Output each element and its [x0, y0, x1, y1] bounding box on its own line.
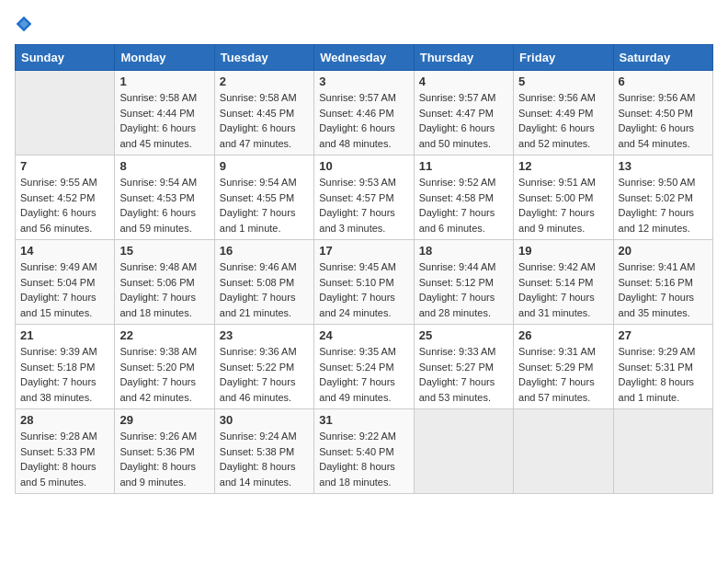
- calendar-cell: 21Sunrise: 9:39 AMSunset: 5:18 PMDayligh…: [16, 325, 115, 409]
- day-info: Sunrise: 9:45 AMSunset: 5:10 PMDaylight:…: [319, 259, 408, 320]
- calendar-week-row: 28Sunrise: 9:28 AMSunset: 5:33 PMDayligh…: [16, 409, 713, 494]
- day-number: 13: [619, 159, 708, 173]
- page-header: [15, 15, 713, 33]
- day-info: Sunrise: 9:29 AMSunset: 5:31 PMDaylight:…: [619, 344, 708, 405]
- day-info: Sunrise: 9:39 AMSunset: 5:18 PMDaylight:…: [20, 344, 109, 405]
- day-info: Sunrise: 9:42 AMSunset: 5:14 PMDaylight:…: [518, 259, 608, 320]
- logo: [15, 15, 37, 33]
- calendar-cell: 15Sunrise: 9:48 AMSunset: 5:06 PMDayligh…: [115, 240, 214, 325]
- calendar-cell: 11Sunrise: 9:52 AMSunset: 4:58 PMDayligh…: [414, 155, 513, 240]
- day-info: Sunrise: 9:55 AMSunset: 4:52 PMDaylight:…: [20, 175, 109, 236]
- calendar-week-row: 1Sunrise: 9:58 AMSunset: 4:44 PMDaylight…: [16, 71, 713, 155]
- calendar-cell: 27Sunrise: 9:29 AMSunset: 5:31 PMDayligh…: [613, 325, 712, 409]
- day-info: Sunrise: 9:22 AMSunset: 5:40 PMDaylight:…: [319, 429, 408, 489]
- day-number: 18: [419, 244, 508, 258]
- day-number: 6: [619, 75, 708, 88]
- day-number: 4: [419, 75, 508, 88]
- calendar-cell: 25Sunrise: 9:33 AMSunset: 5:27 PMDayligh…: [414, 325, 513, 409]
- day-number: 12: [518, 159, 608, 173]
- day-info: Sunrise: 9:41 AMSunset: 5:16 PMDaylight:…: [619, 259, 708, 320]
- day-number: 27: [619, 328, 708, 342]
- weekday-header: Tuesday: [214, 45, 313, 71]
- calendar-cell: 30Sunrise: 9:24 AMSunset: 5:38 PMDayligh…: [214, 409, 313, 494]
- day-info: Sunrise: 9:57 AMSunset: 4:46 PMDaylight:…: [319, 90, 408, 151]
- calendar-cell: 14Sunrise: 9:49 AMSunset: 5:04 PMDayligh…: [16, 240, 115, 325]
- day-number: 23: [220, 328, 309, 342]
- day-number: 28: [20, 413, 109, 427]
- calendar-cell: 17Sunrise: 9:45 AMSunset: 5:10 PMDayligh…: [314, 240, 414, 325]
- calendar-cell: 28Sunrise: 9:28 AMSunset: 5:33 PMDayligh…: [16, 409, 115, 494]
- day-info: Sunrise: 9:31 AMSunset: 5:29 PMDaylight:…: [518, 344, 608, 405]
- day-info: Sunrise: 9:38 AMSunset: 5:20 PMDaylight:…: [119, 344, 209, 405]
- day-info: Sunrise: 9:26 AMSunset: 5:36 PMDaylight:…: [119, 429, 209, 489]
- day-number: 20: [619, 244, 708, 258]
- day-info: Sunrise: 9:24 AMSunset: 5:38 PMDaylight:…: [220, 429, 309, 489]
- day-number: 8: [119, 159, 209, 173]
- weekday-header: Friday: [514, 45, 613, 71]
- day-info: Sunrise: 9:44 AMSunset: 5:12 PMDaylight:…: [419, 259, 508, 320]
- calendar-cell: 12Sunrise: 9:51 AMSunset: 5:00 PMDayligh…: [514, 155, 613, 240]
- calendar-cell: 9Sunrise: 9:54 AMSunset: 4:55 PMDaylight…: [214, 155, 313, 240]
- day-number: 31: [319, 413, 408, 427]
- day-info: Sunrise: 9:48 AMSunset: 5:06 PMDaylight:…: [119, 259, 209, 320]
- header-row: SundayMondayTuesdayWednesdayThursdayFrid…: [16, 45, 713, 71]
- day-info: Sunrise: 9:28 AMSunset: 5:33 PMDaylight:…: [20, 429, 109, 489]
- calendar-cell: 26Sunrise: 9:31 AMSunset: 5:29 PMDayligh…: [514, 325, 613, 409]
- day-info: Sunrise: 9:56 AMSunset: 4:50 PMDaylight:…: [619, 90, 708, 151]
- calendar-cell: 3Sunrise: 9:57 AMSunset: 4:46 PMDaylight…: [314, 71, 414, 155]
- day-number: 10: [319, 159, 408, 173]
- day-number: 30: [220, 413, 309, 427]
- calendar-cell: 22Sunrise: 9:38 AMSunset: 5:20 PMDayligh…: [115, 325, 214, 409]
- day-number: 3: [319, 75, 408, 88]
- day-info: Sunrise: 9:49 AMSunset: 5:04 PMDaylight:…: [20, 259, 109, 320]
- calendar-cell: 2Sunrise: 9:58 AMSunset: 4:45 PMDaylight…: [214, 71, 313, 155]
- day-info: Sunrise: 9:57 AMSunset: 4:47 PMDaylight:…: [419, 90, 508, 151]
- day-info: Sunrise: 9:58 AMSunset: 4:44 PMDaylight:…: [119, 90, 209, 151]
- calendar-table: SundayMondayTuesdayWednesdayThursdayFrid…: [15, 44, 713, 494]
- calendar-cell: 5Sunrise: 9:56 AMSunset: 4:49 PMDaylight…: [514, 71, 613, 155]
- day-number: 15: [119, 244, 209, 258]
- calendar-cell: 20Sunrise: 9:41 AMSunset: 5:16 PMDayligh…: [613, 240, 712, 325]
- day-info: Sunrise: 9:56 AMSunset: 4:49 PMDaylight:…: [518, 90, 608, 151]
- day-info: Sunrise: 9:54 AMSunset: 4:53 PMDaylight:…: [119, 175, 209, 236]
- calendar-cell: 19Sunrise: 9:42 AMSunset: 5:14 PMDayligh…: [514, 240, 613, 325]
- weekday-header: Saturday: [613, 45, 712, 71]
- calendar-week-row: 7Sunrise: 9:55 AMSunset: 4:52 PMDaylight…: [16, 155, 713, 240]
- day-number: 29: [119, 413, 209, 427]
- weekday-header: Wednesday: [314, 45, 414, 71]
- day-number: 16: [220, 244, 309, 258]
- day-number: 14: [20, 244, 109, 258]
- day-number: 5: [518, 75, 608, 88]
- day-number: 25: [419, 328, 508, 342]
- calendar-week-row: 21Sunrise: 9:39 AMSunset: 5:18 PMDayligh…: [16, 325, 713, 409]
- calendar-cell: [514, 409, 613, 494]
- day-number: 17: [319, 244, 408, 258]
- day-number: 11: [419, 159, 508, 173]
- day-info: Sunrise: 9:36 AMSunset: 5:22 PMDaylight:…: [220, 344, 309, 405]
- calendar-cell: 7Sunrise: 9:55 AMSunset: 4:52 PMDaylight…: [16, 155, 115, 240]
- day-info: Sunrise: 9:53 AMSunset: 4:57 PMDaylight:…: [319, 175, 408, 236]
- calendar-cell: [414, 409, 513, 494]
- day-number: 21: [20, 328, 109, 342]
- calendar-cell: 1Sunrise: 9:58 AMSunset: 4:44 PMDaylight…: [115, 71, 214, 155]
- calendar-cell: 18Sunrise: 9:44 AMSunset: 5:12 PMDayligh…: [414, 240, 513, 325]
- calendar-cell: 23Sunrise: 9:36 AMSunset: 5:22 PMDayligh…: [214, 325, 313, 409]
- day-info: Sunrise: 9:58 AMSunset: 4:45 PMDaylight:…: [220, 90, 309, 151]
- calendar-cell: 13Sunrise: 9:50 AMSunset: 5:02 PMDayligh…: [613, 155, 712, 240]
- day-number: 7: [20, 159, 109, 173]
- calendar-cell: [613, 409, 712, 494]
- calendar-cell: 4Sunrise: 9:57 AMSunset: 4:47 PMDaylight…: [414, 71, 513, 155]
- calendar-cell: [16, 71, 115, 155]
- calendar-week-row: 14Sunrise: 9:49 AMSunset: 5:04 PMDayligh…: [16, 240, 713, 325]
- day-number: 2: [220, 75, 309, 88]
- weekday-header: Sunday: [16, 45, 115, 71]
- day-info: Sunrise: 9:54 AMSunset: 4:55 PMDaylight:…: [220, 175, 309, 236]
- calendar-cell: 29Sunrise: 9:26 AMSunset: 5:36 PMDayligh…: [115, 409, 214, 494]
- day-number: 9: [220, 159, 309, 173]
- day-number: 1: [119, 75, 209, 88]
- day-info: Sunrise: 9:51 AMSunset: 5:00 PMDaylight:…: [518, 175, 608, 236]
- day-number: 22: [119, 328, 209, 342]
- day-info: Sunrise: 9:50 AMSunset: 5:02 PMDaylight:…: [619, 175, 708, 236]
- day-number: 24: [319, 328, 408, 342]
- day-number: 26: [518, 328, 608, 342]
